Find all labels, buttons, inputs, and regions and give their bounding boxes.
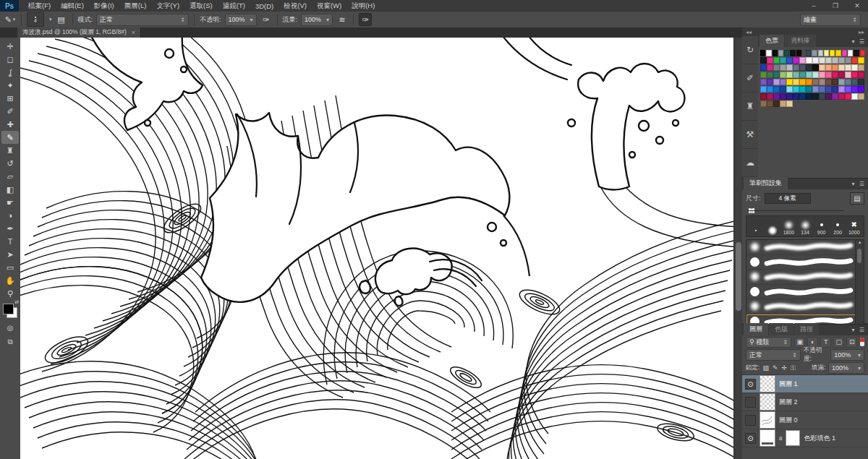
menu-item-2[interactable]: 影像(I) [89, 1, 119, 11]
swatch[interactable] [760, 64, 767, 71]
swatch[interactable] [773, 64, 780, 71]
brush-tool-preset-icon[interactable]: ✎▾ [4, 14, 16, 25]
swatch[interactable] [842, 50, 847, 56]
tab-swatches[interactable]: 色票 [760, 35, 784, 47]
swatch[interactable] [812, 86, 819, 93]
swatch[interactable] [851, 79, 858, 85]
lock-position-icon[interactable]: ✛ [781, 364, 787, 372]
opacity-select[interactable]: 100%▾ [225, 14, 257, 26]
swatch[interactable] [767, 86, 773, 93]
layer-filter-select[interactable]: ⚲ 種類⇕ [746, 337, 791, 348]
swatch[interactable] [812, 79, 819, 85]
swatch[interactable] [799, 72, 806, 78]
swatch[interactable] [854, 50, 859, 56]
blend-mode-select[interactable]: 正常⇕ [96, 14, 189, 26]
menu-item-4[interactable]: 文字(Y) [151, 1, 184, 11]
swatch[interactable] [838, 79, 845, 85]
swatch[interactable] [767, 79, 773, 85]
swatch[interactable] [786, 72, 793, 78]
airbrush-icon[interactable]: ≋ [336, 14, 348, 25]
swatch[interactable] [812, 64, 819, 71]
menu-item-7[interactable]: 3D(D) [250, 2, 278, 10]
panel-menu-icon[interactable]: ▾ ☰ [852, 181, 866, 187]
swatch[interactable] [773, 93, 780, 100]
healing-brush-tool[interactable]: ✚ [1, 118, 19, 131]
swatch[interactable] [832, 79, 838, 85]
brush-settings-panel-icon[interactable]: ✐ [742, 64, 758, 93]
brush-tool[interactable]: ✎ [1, 131, 19, 144]
swatch[interactable] [786, 79, 793, 85]
swatch[interactable] [832, 64, 838, 71]
toggle-brush-panel-icon[interactable]: ▤ [850, 192, 864, 205]
canvas[interactable] [20, 38, 733, 459]
brush-preset-row[interactable] [746, 285, 864, 300]
layer-blend-mode-select[interactable]: 正常⇕ [746, 349, 801, 361]
layer-mask-thumbnail[interactable] [786, 430, 800, 446]
brush-tip-1800[interactable]: 1800 [780, 220, 797, 236]
swatch[interactable] [767, 100, 773, 107]
brush-preset-row[interactable] [746, 270, 864, 285]
swatch[interactable] [812, 93, 819, 100]
screen-mode-icon[interactable]: ⧉ [1, 336, 19, 347]
visibility-empty-box[interactable] [745, 415, 756, 426]
pressure-size-icon[interactable]: ✑ [359, 13, 372, 26]
swatch[interactable] [806, 93, 812, 100]
brush-tip-134[interactable]: 134 [797, 220, 814, 236]
clone-source-panel-icon[interactable]: ♜ [742, 93, 758, 121]
swatch[interactable] [799, 86, 806, 93]
pen-tool[interactable]: ✒ [1, 222, 19, 235]
swatch[interactable] [858, 72, 864, 78]
swatch[interactable] [819, 79, 825, 85]
menu-item-1[interactable]: 編輯(E) [56, 1, 89, 11]
swatch[interactable] [784, 50, 789, 56]
swatch[interactable] [851, 57, 858, 64]
zoom-tool[interactable]: ⚲ [1, 287, 19, 300]
swatch[interactable] [832, 86, 838, 93]
flow-select[interactable]: 100%▾ [301, 14, 333, 26]
swatch[interactable] [845, 57, 851, 64]
swatch[interactable] [851, 72, 858, 78]
swatch[interactable] [838, 86, 845, 93]
swatch[interactable] [786, 93, 793, 100]
swatch[interactable] [832, 93, 838, 100]
swatch[interactable] [851, 64, 858, 71]
swatch[interactable] [793, 64, 799, 71]
close-document-icon[interactable]: × [132, 29, 135, 36]
swatch[interactable] [760, 50, 765, 56]
swatch[interactable] [780, 93, 786, 100]
swatch[interactable] [812, 50, 817, 56]
lock-transparent-icon[interactable]: ▨ [762, 364, 769, 372]
swatch[interactable] [845, 93, 851, 100]
swatch[interactable] [819, 93, 825, 100]
swatch[interactable] [858, 64, 864, 71]
workspace-select[interactable]: 繪畫⇕ [800, 14, 861, 26]
type-tool[interactable]: T [1, 235, 19, 248]
expand-dock-icon[interactable]: ▸▸ [859, 29, 864, 35]
swatch[interactable] [819, 57, 825, 64]
minimize-button[interactable]: – [803, 1, 825, 12]
brush-tip-1000[interactable]: ✖1000 [846, 220, 862, 236]
swatch[interactable] [778, 50, 783, 56]
shape-layer-filter-icon[interactable]: ▢ [833, 337, 844, 348]
swatch[interactable] [786, 64, 793, 71]
brush-size-field[interactable]: 4 像素 [765, 193, 811, 204]
tab-paths[interactable]: 路徑 [794, 323, 819, 335]
move-tool[interactable]: ✛ [1, 40, 19, 53]
hand-tool[interactable]: ✋ [1, 274, 19, 287]
swatch[interactable] [793, 57, 799, 64]
document-tab[interactable]: 海波浪.psd @ 100% (圖層 1, RGB/8#) × [17, 27, 141, 38]
swatch[interactable] [767, 64, 773, 71]
swatch[interactable] [780, 64, 786, 71]
brush-list-scrollbar[interactable]: ▲▼ [855, 240, 864, 329]
layer-filter-toggle[interactable] [860, 338, 864, 346]
swatch[interactable] [806, 50, 811, 56]
swatch[interactable] [812, 72, 819, 78]
brush-tip-200[interactable]: 200 [830, 220, 846, 236]
swatch[interactable] [825, 64, 832, 71]
swatch[interactable] [793, 72, 799, 78]
layer-fill-select[interactable]: 100%▾ [828, 362, 864, 374]
swatch[interactable] [825, 79, 832, 85]
menu-item-0[interactable]: 檔案(F) [23, 1, 56, 11]
swatch[interactable] [825, 93, 832, 100]
swatch[interactable] [767, 72, 773, 78]
